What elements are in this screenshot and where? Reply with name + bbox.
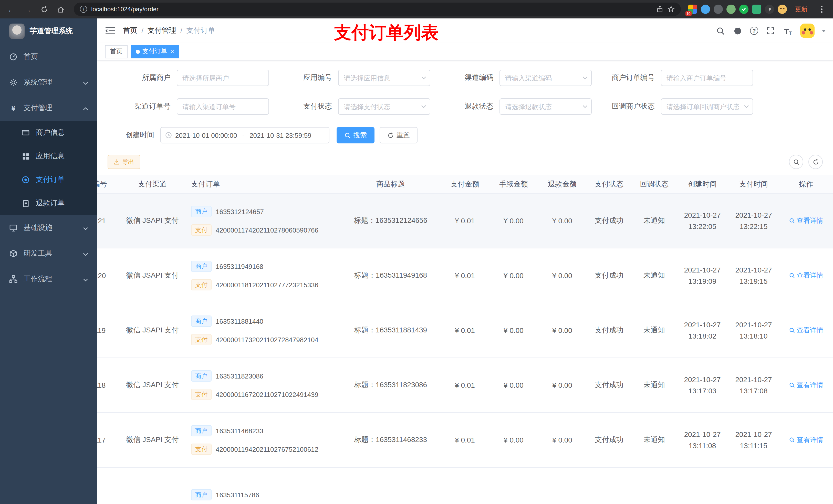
extension-icon-chat[interactable] bbox=[752, 5, 761, 14]
extensions-puzzle-icon[interactable]: 10 bbox=[688, 5, 697, 14]
search-icon bbox=[789, 327, 795, 333]
sidebar-item-home[interactable]: 首页 bbox=[0, 44, 97, 70]
extension-icon-green[interactable] bbox=[727, 5, 736, 14]
cell-channel: 微信 JSAPI 支付 bbox=[118, 216, 187, 225]
cell-fee-amount: ¥ 0.00 bbox=[489, 217, 538, 225]
sidebar-item-devtools[interactable]: 研发工具 bbox=[0, 241, 97, 266]
col-pay-amount: 支付金额 bbox=[441, 179, 489, 189]
question-icon[interactable]: ? bbox=[750, 27, 758, 35]
col-order: 支付订单 bbox=[187, 179, 341, 189]
pay-status-select[interactable] bbox=[338, 98, 430, 115]
table-row: 120 微信 JSAPI 支付 商户1635311949168 支付420000… bbox=[97, 248, 833, 303]
cell-pay-amount: ¥ 0.01 bbox=[441, 217, 489, 225]
search-button[interactable]: 搜索 bbox=[337, 127, 375, 143]
document-icon bbox=[22, 199, 30, 208]
view-detail-link[interactable]: 查看详情 bbox=[789, 271, 823, 280]
sidebar-item-infra[interactable]: 基础设施 bbox=[0, 215, 97, 241]
bookmark-star-icon[interactable] bbox=[668, 6, 675, 13]
search-icon[interactable] bbox=[715, 26, 725, 36]
cell-channel: 微信 JSAPI 支付 bbox=[118, 271, 187, 280]
cell-refund-amount: ¥ 0.00 bbox=[538, 381, 587, 389]
share-icon[interactable] bbox=[656, 6, 663, 13]
extension-icon-pin[interactable] bbox=[765, 5, 774, 14]
forward-button[interactable]: → bbox=[22, 3, 34, 15]
profile-avatar-icon[interactable] bbox=[778, 5, 787, 14]
extension-badge: 10 bbox=[686, 11, 692, 16]
font-size-icon[interactable]: TT bbox=[783, 26, 793, 36]
refund-status-select[interactable] bbox=[499, 98, 592, 115]
sidebar-item-pay-order[interactable]: 支付订单 bbox=[0, 168, 97, 192]
cell-fee-amount: ¥ 0.00 bbox=[489, 271, 538, 280]
dashboard-icon bbox=[9, 53, 18, 61]
filter-label-channel-order-no: 渠道订单号 bbox=[108, 102, 177, 111]
tab-home[interactable]: 首页 bbox=[105, 45, 127, 58]
back-button[interactable]: ← bbox=[5, 3, 18, 15]
sidebar-fold-icon[interactable] bbox=[104, 25, 116, 37]
table-row: 商户163531115786 bbox=[97, 467, 833, 504]
chevron-down-icon bbox=[421, 105, 426, 108]
filter-label-pay-status: 支付状态 bbox=[269, 102, 338, 111]
view-detail-link[interactable]: 查看详情 bbox=[789, 435, 823, 445]
create-time-range-input[interactable]: 2021-10-01 00:00:00 - 2021-10-31 23:59:5… bbox=[160, 127, 329, 143]
site-info-icon[interactable]: i bbox=[80, 6, 87, 13]
notify-status-select[interactable] bbox=[661, 98, 753, 115]
extension-icon-check[interactable] bbox=[739, 5, 748, 14]
chevron-down-icon bbox=[582, 76, 588, 80]
cell-id: 119 bbox=[97, 326, 118, 334]
export-button[interactable]: 导出 bbox=[108, 155, 140, 169]
sidebar-item-merchant-info[interactable]: 商户信息 bbox=[0, 121, 97, 144]
view-detail-link[interactable]: 查看详情 bbox=[789, 381, 823, 390]
github-icon[interactable] bbox=[733, 26, 743, 36]
extension-icon-blue[interactable] bbox=[701, 5, 710, 14]
address-bar[interactable]: i localhost:1024/pay/order bbox=[74, 3, 681, 16]
view-detail-link[interactable]: 查看详情 bbox=[789, 216, 823, 225]
reset-button[interactable]: 重置 bbox=[380, 127, 418, 143]
sidebar: 芋道管理系统 首页 系统管理 ¥ 支付管理 bbox=[0, 19, 97, 504]
browser-menu-icon[interactable] bbox=[815, 3, 828, 15]
sidebar-item-app-info[interactable]: 应用信息 bbox=[0, 144, 97, 168]
channel-order-no-input[interactable] bbox=[177, 98, 269, 115]
cell-refund-amount: ¥ 0.00 bbox=[538, 271, 587, 280]
toggle-search-button[interactable] bbox=[789, 155, 803, 169]
cell-id: 120 bbox=[97, 271, 118, 280]
browser-update-button[interactable]: 更新 bbox=[791, 3, 811, 15]
sidebar-item-pay[interactable]: ¥ 支付管理 bbox=[0, 95, 97, 121]
table-row: 117 微信 JSAPI 支付 商户1635311468233 支付420000… bbox=[97, 413, 833, 467]
view-detail-link[interactable]: 查看详情 bbox=[789, 326, 823, 335]
monitor-icon bbox=[9, 224, 18, 232]
sidebar-item-refund-order[interactable]: 退款订单 bbox=[0, 192, 97, 215]
merchant-input[interactable] bbox=[177, 70, 269, 86]
app-select[interactable] bbox=[338, 70, 430, 86]
breadcrumb-pay[interactable]: 支付管理 bbox=[147, 26, 176, 35]
fullscreen-icon[interactable] bbox=[765, 26, 776, 36]
app-logo[interactable]: 芋道管理系统 bbox=[0, 19, 97, 44]
merchant-order-no-input[interactable] bbox=[661, 70, 753, 86]
cell-fee-amount: ¥ 0.00 bbox=[489, 381, 538, 389]
cell-refund-amount: ¥ 0.00 bbox=[538, 217, 587, 225]
tags-view: 首页 支付订单 × bbox=[97, 43, 833, 61]
sidebar-item-workflow[interactable]: 工作流程 bbox=[0, 266, 97, 292]
home-button[interactable] bbox=[54, 3, 67, 15]
avatar-caret-icon[interactable] bbox=[822, 29, 826, 32]
date-separator: - bbox=[240, 131, 246, 139]
filter-label-channel-code: 渠道编码 bbox=[430, 73, 499, 82]
channel-code-select[interactable] bbox=[499, 70, 592, 86]
extension-icon-gray[interactable] bbox=[714, 5, 723, 14]
user-avatar[interactable] bbox=[800, 24, 814, 38]
col-channel: 支付渠道 bbox=[118, 179, 187, 189]
refresh-icon bbox=[812, 159, 819, 165]
pay-submenu: 商户信息 应用信息 支付订单 bbox=[0, 121, 97, 215]
sidebar-item-system[interactable]: 系统管理 bbox=[0, 70, 97, 95]
close-icon[interactable]: × bbox=[171, 48, 174, 55]
cell-order: 商户1635311881440 支付4200001173202110272847… bbox=[187, 315, 341, 345]
breadcrumb-home[interactable]: 首页 bbox=[123, 26, 137, 35]
table-row: 121 微信 JSAPI 支付 商户1635312124657 支付420000… bbox=[97, 194, 833, 248]
cell-notify: 未通知 bbox=[632, 326, 677, 335]
cell-id: 121 bbox=[97, 217, 118, 225]
orders-table: 编号 支付渠道 支付订单 商品标题 支付金额 手续金额 退款金额 支付状态 回调… bbox=[97, 175, 833, 504]
reload-button[interactable] bbox=[38, 3, 50, 15]
chevron-down-icon bbox=[83, 224, 88, 232]
tab-pay-order[interactable]: 支付订单 × bbox=[130, 45, 179, 58]
filter-label-create-time: 创建时间 bbox=[108, 130, 160, 140]
refresh-table-button[interactable] bbox=[808, 155, 823, 169]
